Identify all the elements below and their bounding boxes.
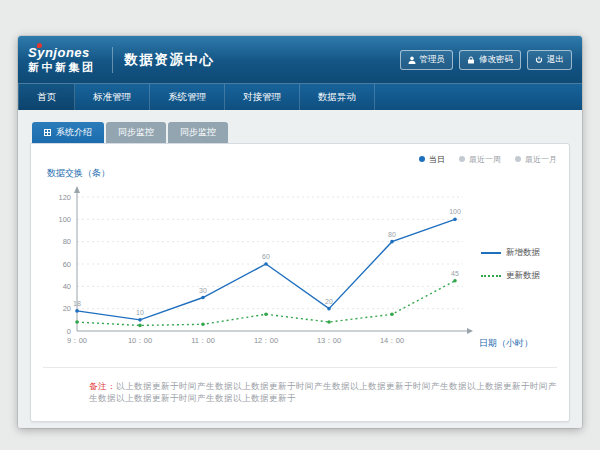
logout-icon xyxy=(535,56,543,64)
svg-text:9：00: 9：00 xyxy=(67,336,87,345)
legend-dot-icon xyxy=(515,156,521,162)
svg-text:60: 60 xyxy=(262,253,270,260)
series-line-icon xyxy=(481,252,501,254)
change-password-button[interactable]: 修改密码 xyxy=(459,50,521,70)
svg-text:120: 120 xyxy=(58,193,71,202)
series-legend-label: 新增数据 xyxy=(506,247,540,259)
series-legend-item-1[interactable]: 新增数据 xyxy=(481,247,557,259)
nav-item-1[interactable]: 首页 xyxy=(18,84,75,110)
svg-text:11：00: 11：00 xyxy=(191,336,215,345)
app-window: Synjones 新中新集团 数据资源中心 管理员 修改密码 退出 xyxy=(18,36,582,428)
svg-text:40: 40 xyxy=(63,282,71,291)
tab-label: 同步监控 xyxy=(118,126,154,139)
svg-text:20: 20 xyxy=(325,298,333,305)
tab-1[interactable]: 系统介绍 xyxy=(32,122,104,143)
tab-label: 系统介绍 xyxy=(56,126,92,139)
svg-text:80: 80 xyxy=(388,231,396,238)
range-filter-1[interactable]: 当日 xyxy=(419,154,445,165)
legend-dot-icon xyxy=(419,156,425,162)
svg-text:45: 45 xyxy=(451,270,459,277)
logout-label: 退出 xyxy=(547,54,564,66)
series-legend-item-2[interactable]: 更新数据 xyxy=(481,270,557,282)
nav-item-4[interactable]: 对接管理 xyxy=(225,84,300,110)
range-filter-legend: 当日最近一周最近一月 xyxy=(43,152,557,166)
logo[interactable]: Synjones 新中新集团 xyxy=(28,46,100,73)
change-password-label: 修改密码 xyxy=(479,54,513,66)
svg-text:100: 100 xyxy=(449,208,461,215)
series-legend-label: 更新数据 xyxy=(506,270,540,282)
tab-label: 同步监控 xyxy=(180,126,216,139)
nav-list: 首页标准管理系统管理对接管理数据异动 xyxy=(18,84,582,110)
svg-text:10: 10 xyxy=(136,309,144,316)
logo-accent-dot xyxy=(37,43,42,48)
svg-text:20: 20 xyxy=(63,304,71,313)
tab-3[interactable]: 同步监控 xyxy=(168,122,228,143)
logo-subtext: 新中新集团 xyxy=(28,62,96,74)
svg-text:30: 30 xyxy=(199,287,207,294)
grid-icon xyxy=(44,129,51,136)
series-line-icon xyxy=(481,275,501,277)
admin-user-button[interactable]: 管理员 xyxy=(400,50,454,70)
range-filter-label: 当日 xyxy=(429,154,445,165)
x-axis-title: 日期（小时） xyxy=(479,337,533,350)
svg-text:13：00: 13：00 xyxy=(317,336,341,345)
header-divider xyxy=(112,47,113,73)
note-text: 以上数据更新于时间产生数据以上数据更新于时间产生数据以上数据更新于时间产生数据以… xyxy=(89,381,557,403)
logo-text: Synjones xyxy=(28,46,96,60)
divider xyxy=(43,367,557,368)
svg-text:14：00: 14：00 xyxy=(380,336,404,345)
range-filter-3[interactable]: 最近一月 xyxy=(515,154,557,165)
svg-text:60: 60 xyxy=(63,260,71,269)
svg-text:80: 80 xyxy=(63,237,71,246)
content-area: 系统介绍同步监控同步监控 当日最近一周最近一月 数据交换（条） 02040608… xyxy=(18,110,582,428)
legend-dot-icon xyxy=(459,156,465,162)
logout-button[interactable]: 退出 xyxy=(527,50,572,70)
note: 备注：以上数据更新于时间产生数据以上数据更新于时间产生数据以上数据更新于时间产生… xyxy=(43,381,557,405)
user-icon xyxy=(408,56,416,64)
svg-text:18: 18 xyxy=(73,300,81,307)
nav-item-3[interactable]: 系统管理 xyxy=(150,84,225,110)
y-axis-title: 数据交换（条） xyxy=(47,167,557,180)
chart-row: 0204060801001209：0010：0011：0012：0013：001… xyxy=(43,183,557,359)
line-chart: 0204060801001209：0010：0011：0012：0013：001… xyxy=(43,183,477,359)
range-filter-2[interactable]: 最近一周 xyxy=(459,154,501,165)
note-label: 备注： xyxy=(89,381,116,391)
lock-icon xyxy=(467,56,475,64)
nav-item-5[interactable]: 数据异动 xyxy=(300,84,375,110)
tab-2[interactable]: 同步监控 xyxy=(106,122,166,143)
series-legend: 新增数据更新数据 xyxy=(477,247,557,282)
svg-text:100: 100 xyxy=(58,215,71,224)
nav-item-2[interactable]: 标准管理 xyxy=(75,84,150,110)
main-nav: 首页标准管理系统管理对接管理数据异动 xyxy=(18,83,582,110)
admin-user-label: 管理员 xyxy=(420,54,446,66)
svg-text:12：00: 12：00 xyxy=(254,336,278,345)
page-title: 数据资源中心 xyxy=(125,51,215,69)
svg-text:0: 0 xyxy=(67,327,71,336)
tab-bar: 系统介绍同步监控同步监控 xyxy=(32,122,570,143)
svg-text:10：00: 10：00 xyxy=(128,336,152,345)
app-header: Synjones 新中新集团 数据资源中心 管理员 修改密码 退出 xyxy=(18,36,582,83)
range-filter-label: 最近一周 xyxy=(469,154,501,165)
chart-panel: 当日最近一周最近一月 数据交换（条） 0204060801001209：0010… xyxy=(30,143,570,422)
range-filter-label: 最近一月 xyxy=(525,154,557,165)
